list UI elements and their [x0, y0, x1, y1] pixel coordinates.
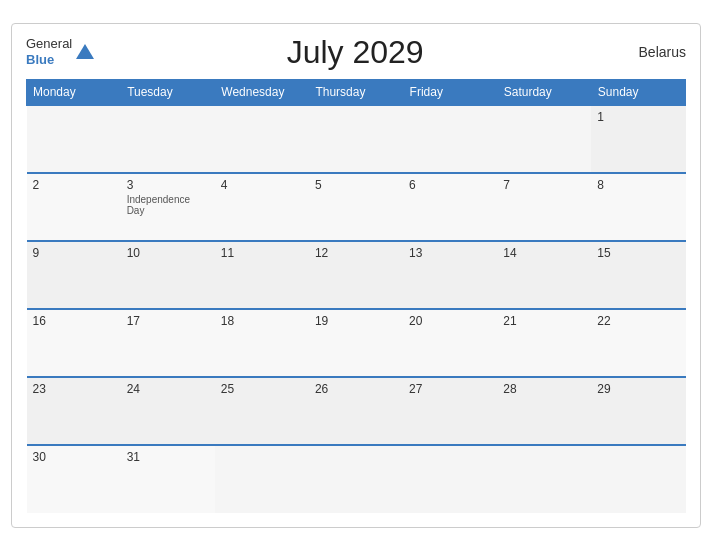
day-number: 10: [127, 246, 209, 260]
day-number: 2: [33, 178, 115, 192]
day-number: 1: [597, 110, 679, 124]
calendar-cell: [215, 445, 309, 513]
calendar-cell: 26: [309, 377, 403, 445]
day-number: 22: [597, 314, 679, 328]
day-number: 15: [597, 246, 679, 260]
calendar-cell: 25: [215, 377, 309, 445]
day-number: 31: [127, 450, 209, 464]
week-row-2: 23Independence Day45678: [27, 173, 686, 241]
calendar-title: July 2029: [94, 34, 616, 71]
calendar-cell: 2: [27, 173, 121, 241]
header-friday: Friday: [403, 79, 497, 105]
calendar-cell: 16: [27, 309, 121, 377]
week-row-6: 3031: [27, 445, 686, 513]
calendar-cell: 15: [591, 241, 685, 309]
day-number: 19: [315, 314, 397, 328]
calendar-cell: 7: [497, 173, 591, 241]
week-row-5: 23242526272829: [27, 377, 686, 445]
calendar-cell: 24: [121, 377, 215, 445]
day-number: 12: [315, 246, 397, 260]
calendar-cell: [27, 105, 121, 173]
day-number: 9: [33, 246, 115, 260]
calendar-cell: 21: [497, 309, 591, 377]
day-number: 20: [409, 314, 491, 328]
calendar-cell: [403, 105, 497, 173]
calendar-cell: 5: [309, 173, 403, 241]
day-number: 4: [221, 178, 303, 192]
calendar-cell: [215, 105, 309, 173]
calendar-cell: 31: [121, 445, 215, 513]
header-wednesday: Wednesday: [215, 79, 309, 105]
week-row-4: 16171819202122: [27, 309, 686, 377]
day-number: 29: [597, 382, 679, 396]
calendar-cell: [121, 105, 215, 173]
day-number: 27: [409, 382, 491, 396]
calendar-cell: [591, 445, 685, 513]
calendar-cell: 12: [309, 241, 403, 309]
day-number: 13: [409, 246, 491, 260]
day-number: 5: [315, 178, 397, 192]
day-number: 25: [221, 382, 303, 396]
calendar-cell: 3Independence Day: [121, 173, 215, 241]
logo-text: General Blue: [26, 36, 72, 67]
calendar-cell: 14: [497, 241, 591, 309]
calendar-cell: 10: [121, 241, 215, 309]
calendar-cell: 9: [27, 241, 121, 309]
logo-triangle-icon: [76, 44, 94, 59]
day-number: 21: [503, 314, 585, 328]
day-number: 23: [33, 382, 115, 396]
day-headers-row: Monday Tuesday Wednesday Thursday Friday…: [27, 79, 686, 105]
calendar-cell: 19: [309, 309, 403, 377]
calendar-header: General Blue July 2029 Belarus: [26, 34, 686, 71]
calendar-cell: [309, 105, 403, 173]
week-row-3: 9101112131415: [27, 241, 686, 309]
day-number: 28: [503, 382, 585, 396]
country-name: Belarus: [616, 44, 686, 60]
calendar-cell: 17: [121, 309, 215, 377]
logo-blue: Blue: [26, 52, 72, 68]
calendar-cell: 27: [403, 377, 497, 445]
calendar-cell: 18: [215, 309, 309, 377]
calendar-cell: 30: [27, 445, 121, 513]
day-number: 24: [127, 382, 209, 396]
header-tuesday: Tuesday: [121, 79, 215, 105]
logo: General Blue: [26, 36, 94, 67]
calendar-cell: 11: [215, 241, 309, 309]
calendar-cell: 6: [403, 173, 497, 241]
day-number: 17: [127, 314, 209, 328]
calendar-cell: 20: [403, 309, 497, 377]
header-thursday: Thursday: [309, 79, 403, 105]
calendar-cell: 28: [497, 377, 591, 445]
event-label: Independence Day: [127, 194, 209, 216]
header-monday: Monday: [27, 79, 121, 105]
calendar-cell: [403, 445, 497, 513]
calendar-cell: 13: [403, 241, 497, 309]
calendar-cell: [309, 445, 403, 513]
calendar-cell: 4: [215, 173, 309, 241]
header-saturday: Saturday: [497, 79, 591, 105]
week-row-1: 1: [27, 105, 686, 173]
calendar-cell: 23: [27, 377, 121, 445]
calendar-cell: 8: [591, 173, 685, 241]
day-number: 11: [221, 246, 303, 260]
day-number: 7: [503, 178, 585, 192]
header-sunday: Sunday: [591, 79, 685, 105]
calendar-grid: Monday Tuesday Wednesday Thursday Friday…: [26, 79, 686, 513]
calendar-cell: 29: [591, 377, 685, 445]
day-number: 18: [221, 314, 303, 328]
calendar-container: General Blue July 2029 Belarus Monday Tu…: [11, 23, 701, 528]
day-number: 14: [503, 246, 585, 260]
day-number: 3: [127, 178, 209, 192]
calendar-cell: [497, 105, 591, 173]
logo-general: General: [26, 36, 72, 52]
day-number: 30: [33, 450, 115, 464]
day-number: 6: [409, 178, 491, 192]
calendar-cell: 22: [591, 309, 685, 377]
calendar-cell: 1: [591, 105, 685, 173]
day-number: 26: [315, 382, 397, 396]
calendar-cell: [497, 445, 591, 513]
day-number: 16: [33, 314, 115, 328]
day-number: 8: [597, 178, 679, 192]
